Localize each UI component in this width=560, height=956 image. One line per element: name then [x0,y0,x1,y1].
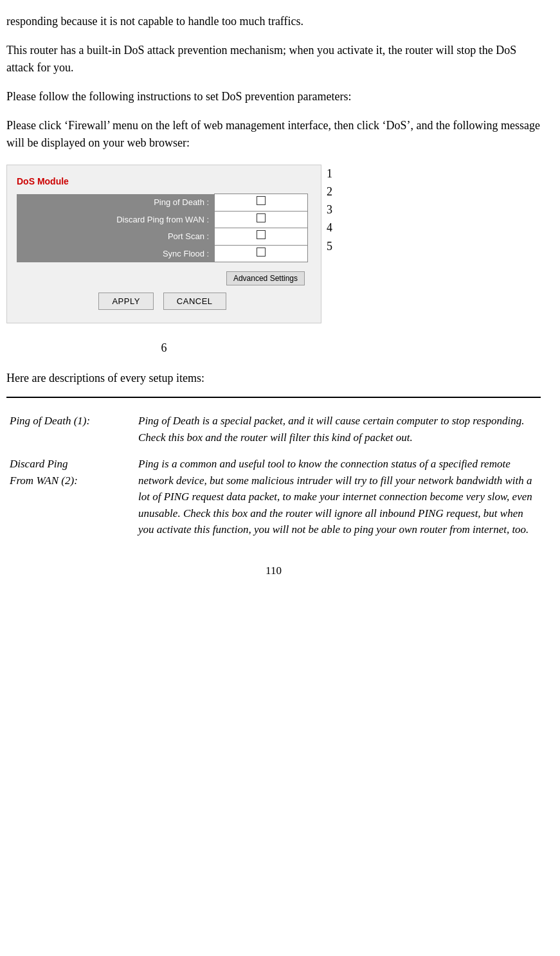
discard-ping-checkbox[interactable] [215,211,308,228]
ping-death-desc-text: Ping of Death is a special packet, and i… [135,408,541,451]
table-row: Port Scan : [17,228,308,246]
num-3: 3 [327,201,332,219]
num-1: 1 [327,165,332,183]
advanced-settings-button[interactable]: Advanced Settings [226,271,305,285]
apply-button[interactable]: APPLY [98,293,153,310]
dos-module-wrapper: DoS Module Ping of Death : Discard Ping … [6,165,541,323]
page-number: 110 [6,563,541,579]
port-scan-checkbox[interactable] [215,228,308,246]
num-6: 6 [6,339,321,357]
port-scan-label: Port Scan : [17,228,215,246]
ping-death-checkbox[interactable] [215,194,308,212]
intro-para3: Please follow the following instructions… [6,88,541,105]
desc-row-2: Discard PingFrom WAN (2): Ping is a comm… [6,451,541,543]
descriptions-table: Ping of Death (1): Ping of Death is a sp… [6,408,541,543]
divider [6,397,541,398]
table-row: Discard Ping from WAN : [17,211,308,228]
dos-module-table: Ping of Death : Discard Ping from WAN : … [17,194,308,262]
descriptions-intro: Here are descriptions of every setup ite… [6,370,541,387]
advanced-btn-row: Advanced Settings [17,269,308,286]
sync-flood-checkbox[interactable] [215,245,308,262]
intro-para4: Please click ‘Firewall’ menu on the left… [6,117,541,152]
ping-death-label: Ping of Death : [17,194,215,212]
table-row: Ping of Death : [17,194,308,212]
discard-ping-label: Discard Ping from WAN : [17,211,215,228]
intro-para1: responding because it is not capable to … [6,13,541,30]
dos-module-container: DoS Module Ping of Death : Discard Ping … [6,165,321,323]
cancel-button[interactable]: CANCEL [163,293,226,310]
table-row: Sync Flood : [17,245,308,262]
num-4: 4 [327,219,332,237]
action-buttons-row: APPLY CANCEL [17,293,308,310]
discard-ping-desc-text: Ping is a common and useful tool to know… [135,451,541,543]
num-5: 5 [327,237,332,256]
ping-death-desc-label: Ping of Death (1): [6,408,135,451]
number-annotations: 1 2 3 4 5 [327,165,332,256]
intro-para2: This router has a built-in DoS attack pr… [6,42,541,77]
sync-flood-label: Sync Flood : [17,245,215,262]
dos-module-title: DoS Module [17,175,308,188]
page-content: responding because it is not capable to … [6,13,541,579]
num-2: 2 [327,183,332,201]
discard-ping-desc-label: Discard PingFrom WAN (2): [6,451,135,543]
desc-row-1: Ping of Death (1): Ping of Death is a sp… [6,408,541,451]
descriptions-section: Here are descriptions of every setup ite… [6,370,541,543]
